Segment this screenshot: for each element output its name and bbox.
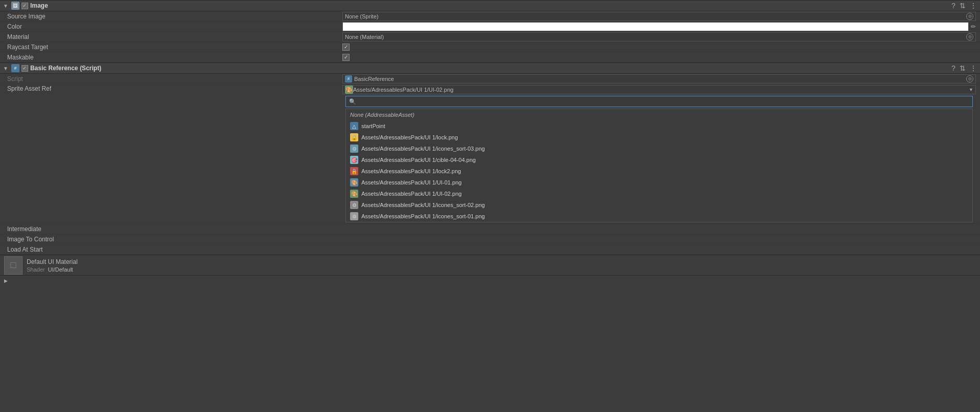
color-picker-field[interactable] bbox=[342, 22, 969, 31]
material-picker[interactable]: ◎ bbox=[966, 33, 973, 40]
maskable-value: ✓ bbox=[342, 54, 976, 61]
material-value: None (Material) ◎ bbox=[342, 32, 976, 42]
dropdown-item-8[interactable]: ⚙ Assets/AdressablesPack/UI 1/icones_sor… bbox=[346, 211, 972, 222]
script-menu-icon[interactable]: ⋮ bbox=[970, 64, 977, 72]
script-section-title: Basic Reference (Script) bbox=[30, 65, 949, 72]
dropdown-item-none-label: None (AddressableAsset) bbox=[350, 112, 414, 118]
intermediate-row: Intermediate bbox=[0, 224, 980, 234]
dropdown-item-7[interactable]: ⚙ Assets/AdressablesPack/UI 1/icones_sor… bbox=[346, 199, 972, 211]
inspector-panel: ▼ 🖼 ✓ Image ? ⇅ ⋮ Source Image None (Spr… bbox=[0, 0, 980, 285]
raycast-target-label: Raycast Target bbox=[4, 44, 342, 51]
script-section-icon: # bbox=[11, 64, 19, 72]
dropdown-item-1-icon: 🔒 bbox=[350, 133, 358, 141]
section-expand-row[interactable]: ▶ bbox=[0, 275, 980, 285]
material-thumbnail[interactable]: □ bbox=[4, 256, 23, 275]
dropdown-item-6-icon: 🎨 bbox=[350, 190, 358, 198]
image-settings-icon[interactable]: ⇅ bbox=[959, 2, 966, 10]
dropdown-item-5[interactable]: 🎨 Assets/AdressablesPack/UI 1/UI-01.png bbox=[346, 177, 972, 188]
material-section: □ Default UI Material Shader UI/Default bbox=[0, 255, 980, 275]
dropdown-list: None (AddressableAsset) △ startPoint 🔒 A… bbox=[345, 109, 973, 222]
raycast-target-row: Raycast Target ✓ bbox=[0, 42, 980, 52]
dropdown-search-input[interactable] bbox=[358, 98, 969, 105]
material-text: None (Material) bbox=[345, 34, 966, 40]
dropdown-item-2-icon: ⚙ bbox=[350, 145, 358, 153]
maskable-row: Maskable ✓ bbox=[0, 52, 980, 63]
material-shader-row: Shader UI/Default bbox=[27, 266, 77, 273]
material-info: Default UI Material Shader UI/Default bbox=[27, 258, 77, 273]
source-image-field[interactable]: None (Sprite) ◎ bbox=[342, 12, 976, 21]
dropdown-search-row[interactable]: 🔍 bbox=[345, 96, 973, 107]
script-section-header[interactable]: ▼ # ✓ Basic Reference (Script) ? ⇅ ⋮ bbox=[0, 63, 980, 74]
dropdown-item-4-label: Assets/AdressablesPack/UI 1/lock2.png bbox=[361, 168, 461, 174]
dropdown-item-7-label: Assets/AdressablesPack/UI 1/icones_sort-… bbox=[361, 202, 485, 208]
image-section-title: Image bbox=[30, 2, 949, 9]
dropdown-item-5-icon: 🎨 bbox=[350, 178, 358, 187]
sprite-asset-dropdown-arrow[interactable]: ▼ bbox=[969, 87, 973, 92]
dropdown-item-5-label: Assets/AdressablesPack/UI 1/UI-01.png bbox=[361, 179, 462, 186]
script-label: Script bbox=[4, 75, 342, 83]
eyedropper-icon[interactable]: ✏ bbox=[971, 23, 976, 30]
dropdown-item-2[interactable]: ⚙ Assets/AdressablesPack/UI 1/icones_sor… bbox=[346, 143, 972, 154]
sprite-asset-dropdown-wrapper: 🎨 Assets/AdressablesPack/UI 1/UI-02.png … bbox=[342, 85, 976, 222]
image-section-header[interactable]: ▼ 🖼 ✓ Image ? ⇅ ⋮ bbox=[0, 0, 980, 11]
dropdown-item-7-icon: ⚙ bbox=[350, 201, 358, 209]
raycast-target-checkbox[interactable]: ✓ bbox=[342, 44, 350, 51]
script-asset-text: BasicReference bbox=[354, 76, 966, 82]
script-collapse-arrow[interactable]: ▼ bbox=[3, 66, 8, 71]
dropdown-item-none[interactable]: None (AddressableAsset) bbox=[346, 109, 972, 120]
source-image-text: None (Sprite) bbox=[345, 13, 966, 19]
script-asset-icon: # bbox=[345, 75, 352, 83]
maskable-label: Maskable bbox=[4, 54, 342, 61]
script-field-value: # BasicReference ◎ bbox=[342, 74, 976, 84]
sprite-asset-selected[interactable]: 🎨 Assets/AdressablesPack/UI 1/UI-02.png … bbox=[342, 85, 976, 94]
dropdown-item-4-icon: 🔒 bbox=[350, 167, 358, 175]
dropdown-item-0-label: startPoint bbox=[361, 123, 385, 129]
raycast-target-value: ✓ bbox=[342, 44, 976, 51]
source-image-row: Source Image None (Sprite) ◎ bbox=[0, 11, 980, 22]
dropdown-item-3-icon: 🎯 bbox=[350, 156, 358, 164]
image-collapse-arrow[interactable]: ▼ bbox=[3, 3, 8, 9]
dropdown-item-3-label: Assets/AdressablesPack/UI 1/cible-04-04.… bbox=[361, 157, 476, 163]
sprite-asset-label: Sprite Asset Ref bbox=[4, 85, 342, 92]
source-image-picker[interactable]: ◎ bbox=[966, 13, 973, 20]
material-shader-value: UI/Default bbox=[48, 266, 73, 273]
image-to-control-row: Image To Control bbox=[0, 234, 980, 244]
search-icon: 🔍 bbox=[349, 98, 356, 105]
script-settings-icon[interactable]: ⇅ bbox=[959, 64, 966, 72]
dropdown-item-8-label: Assets/AdressablesPack/UI 1/icones_sort-… bbox=[361, 213, 485, 219]
material-field[interactable]: None (Material) ◎ bbox=[342, 32, 976, 42]
color-row: Color ✏ bbox=[0, 22, 980, 32]
load-at-start-label: Load At Start bbox=[4, 246, 342, 253]
sprite-asset-row: Sprite Asset Ref 🎨 Assets/AdressablesPac… bbox=[0, 84, 980, 224]
intermediate-label: Intermediate bbox=[4, 225, 342, 233]
sprite-asset-selected-icon: 🎨 bbox=[345, 86, 353, 94]
script-asset-field[interactable]: # BasicReference ◎ bbox=[342, 74, 976, 84]
color-value: ✏ bbox=[342, 22, 976, 31]
source-image-value: None (Sprite) ◎ bbox=[342, 12, 976, 21]
maskable-checkbox[interactable]: ✓ bbox=[342, 54, 350, 61]
material-name-label: Default UI Material bbox=[27, 258, 77, 265]
dropdown-item-4[interactable]: 🔒 Assets/AdressablesPack/UI 1/lock2.png bbox=[346, 166, 972, 177]
image-menu-icon[interactable]: ⋮ bbox=[970, 2, 977, 10]
dropdown-item-6[interactable]: 🎨 Assets/AdressablesPack/UI 1/UI-02.png bbox=[346, 188, 972, 199]
material-row: Material None (Material) ◎ bbox=[0, 32, 980, 42]
dropdown-item-8-icon: ⚙ bbox=[350, 212, 358, 220]
dropdown-item-0[interactable]: △ startPoint bbox=[346, 120, 972, 132]
dropdown-item-1[interactable]: 🔒 Assets/AdressablesPack/UI 1/lock.png bbox=[346, 132, 972, 143]
dropdown-item-6-label: Assets/AdressablesPack/UI 1/UI-02.png bbox=[361, 191, 462, 197]
dropdown-item-0-icon: △ bbox=[350, 122, 358, 130]
image-help-icon[interactable]: ? bbox=[951, 2, 955, 10]
script-field-row: Script # BasicReference ◎ bbox=[0, 74, 980, 84]
image-enabled-checkbox[interactable]: ✓ bbox=[22, 3, 28, 9]
script-enabled-checkbox[interactable]: ✓ bbox=[22, 65, 28, 72]
sprite-asset-selected-text: Assets/AdressablesPack/UI 1/UI-02.png bbox=[353, 87, 967, 93]
dropdown-item-1-label: Assets/AdressablesPack/UI 1/lock.png bbox=[361, 134, 458, 140]
image-header-icons: ? ⇅ ⋮ bbox=[951, 2, 977, 10]
image-to-control-label: Image To Control bbox=[4, 236, 342, 243]
expand-arrow-icon[interactable]: ▶ bbox=[4, 278, 8, 283]
script-asset-picker[interactable]: ◎ bbox=[966, 75, 973, 83]
color-label: Color bbox=[4, 23, 342, 30]
dropdown-item-3[interactable]: 🎯 Assets/AdressablesPack/UI 1/cible-04-0… bbox=[346, 154, 972, 166]
material-label: Material bbox=[4, 33, 342, 40]
script-help-icon[interactable]: ? bbox=[951, 64, 955, 72]
